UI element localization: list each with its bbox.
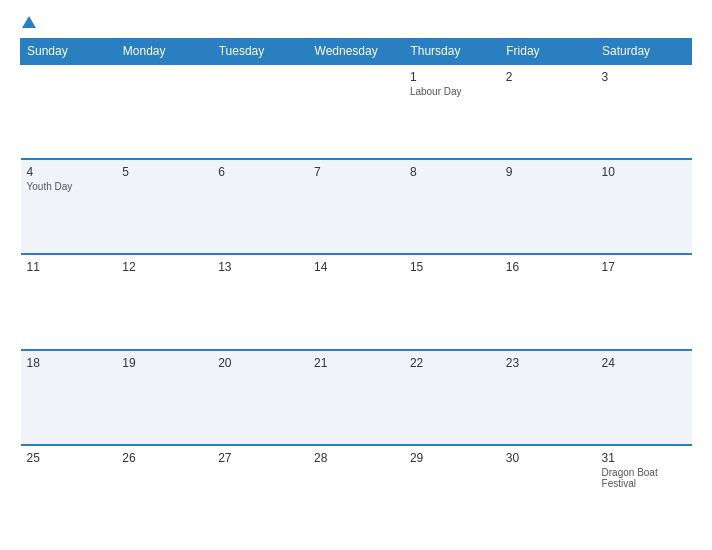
day-cell: 6 bbox=[212, 159, 308, 254]
day-number: 13 bbox=[218, 260, 302, 274]
day-header-monday: Monday bbox=[116, 39, 212, 65]
day-cell: 8 bbox=[404, 159, 500, 254]
day-header-tuesday: Tuesday bbox=[212, 39, 308, 65]
day-number: 28 bbox=[314, 451, 398, 465]
day-cell: 16 bbox=[500, 254, 596, 349]
day-cell: 30 bbox=[500, 445, 596, 540]
day-number: 17 bbox=[602, 260, 686, 274]
day-number: 3 bbox=[602, 70, 686, 84]
day-number: 10 bbox=[602, 165, 686, 179]
calendar-table: SundayMondayTuesdayWednesdayThursdayFrid… bbox=[20, 38, 692, 540]
week-row-4: 18192021222324 bbox=[21, 350, 692, 445]
day-number: 5 bbox=[122, 165, 206, 179]
day-cell: 27 bbox=[212, 445, 308, 540]
day-cell: 7 bbox=[308, 159, 404, 254]
day-number: 12 bbox=[122, 260, 206, 274]
day-cell bbox=[212, 64, 308, 159]
days-header-row: SundayMondayTuesdayWednesdayThursdayFrid… bbox=[21, 39, 692, 65]
day-cell: 10 bbox=[596, 159, 692, 254]
day-number: 19 bbox=[122, 356, 206, 370]
day-header-friday: Friday bbox=[500, 39, 596, 65]
event-label: Youth Day bbox=[27, 181, 111, 192]
day-number: 30 bbox=[506, 451, 590, 465]
day-number: 16 bbox=[506, 260, 590, 274]
day-header-wednesday: Wednesday bbox=[308, 39, 404, 65]
day-cell bbox=[308, 64, 404, 159]
day-cell: 1Labour Day bbox=[404, 64, 500, 159]
day-number: 26 bbox=[122, 451, 206, 465]
day-cell: 5 bbox=[116, 159, 212, 254]
day-number: 20 bbox=[218, 356, 302, 370]
day-cell bbox=[116, 64, 212, 159]
day-cell: 19 bbox=[116, 350, 212, 445]
day-number: 1 bbox=[410, 70, 494, 84]
day-cell: 24 bbox=[596, 350, 692, 445]
day-cell: 2 bbox=[500, 64, 596, 159]
day-cell: 4Youth Day bbox=[21, 159, 117, 254]
day-number: 18 bbox=[27, 356, 111, 370]
week-row-5: 25262728293031Dragon Boat Festival bbox=[21, 445, 692, 540]
week-row-3: 11121314151617 bbox=[21, 254, 692, 349]
day-cell: 21 bbox=[308, 350, 404, 445]
event-label: Labour Day bbox=[410, 86, 494, 97]
calendar-page: SundayMondayTuesdayWednesdayThursdayFrid… bbox=[0, 0, 712, 550]
day-cell: 23 bbox=[500, 350, 596, 445]
logo-flag-icon bbox=[22, 16, 36, 28]
day-cell: 25 bbox=[21, 445, 117, 540]
day-number: 2 bbox=[506, 70, 590, 84]
day-number: 25 bbox=[27, 451, 111, 465]
day-cell: 29 bbox=[404, 445, 500, 540]
day-number: 8 bbox=[410, 165, 494, 179]
week-row-2: 4Youth Day5678910 bbox=[21, 159, 692, 254]
week-row-1: 1Labour Day23 bbox=[21, 64, 692, 159]
day-number: 29 bbox=[410, 451, 494, 465]
day-number: 27 bbox=[218, 451, 302, 465]
day-cell: 15 bbox=[404, 254, 500, 349]
day-header-saturday: Saturday bbox=[596, 39, 692, 65]
day-cell: 31Dragon Boat Festival bbox=[596, 445, 692, 540]
day-header-thursday: Thursday bbox=[404, 39, 500, 65]
day-number: 23 bbox=[506, 356, 590, 370]
day-number: 7 bbox=[314, 165, 398, 179]
day-number: 22 bbox=[410, 356, 494, 370]
day-cell: 9 bbox=[500, 159, 596, 254]
day-cell: 17 bbox=[596, 254, 692, 349]
event-label: Dragon Boat Festival bbox=[602, 467, 686, 489]
day-cell: 11 bbox=[21, 254, 117, 349]
day-cell: 28 bbox=[308, 445, 404, 540]
day-cell: 22 bbox=[404, 350, 500, 445]
day-cell bbox=[21, 64, 117, 159]
day-number: 15 bbox=[410, 260, 494, 274]
day-number: 4 bbox=[27, 165, 111, 179]
header bbox=[20, 18, 692, 28]
logo bbox=[20, 18, 36, 28]
day-number: 9 bbox=[506, 165, 590, 179]
day-cell: 12 bbox=[116, 254, 212, 349]
day-cell: 13 bbox=[212, 254, 308, 349]
day-number: 21 bbox=[314, 356, 398, 370]
day-number: 14 bbox=[314, 260, 398, 274]
day-cell: 3 bbox=[596, 64, 692, 159]
day-number: 31 bbox=[602, 451, 686, 465]
day-cell: 14 bbox=[308, 254, 404, 349]
day-header-sunday: Sunday bbox=[21, 39, 117, 65]
day-cell: 20 bbox=[212, 350, 308, 445]
day-number: 11 bbox=[27, 260, 111, 274]
day-number: 24 bbox=[602, 356, 686, 370]
day-number: 6 bbox=[218, 165, 302, 179]
day-cell: 18 bbox=[21, 350, 117, 445]
day-cell: 26 bbox=[116, 445, 212, 540]
